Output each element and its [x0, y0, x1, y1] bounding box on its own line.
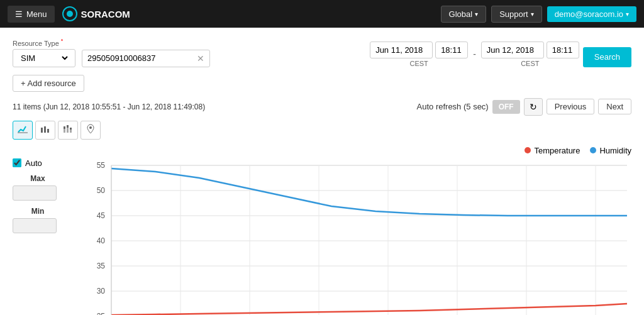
stacked-chart-icon: [63, 124, 73, 135]
to-time-input[interactable]: [547, 41, 579, 58]
svg-rect-8: [70, 130, 72, 133]
svg-text:40: 40: [97, 236, 106, 245]
from-date-input[interactable]: [370, 41, 433, 58]
auto-scale-label: Auto: [25, 158, 42, 168]
refresh-icon: ↻: [530, 102, 537, 112]
previous-button[interactable]: Previous: [547, 99, 595, 114]
svg-text:45: 45: [97, 211, 106, 220]
global-button[interactable]: Global ▾: [441, 6, 487, 23]
search-button[interactable]: Search: [583, 47, 631, 67]
resource-type-select-wrapper[interactable]: SIM: [13, 49, 75, 67]
to-date-group: CEST: [481, 41, 579, 67]
chart-bar-tool[interactable]: [35, 121, 55, 140]
humidity-legend-label: Humidity: [599, 146, 631, 155]
svg-rect-2: [44, 126, 46, 133]
soracom-logo: SORACOM: [62, 6, 130, 21]
chart-container: Auto Max Min Temperature Humidit: [13, 146, 631, 315]
resource-id-wrapper: ✕: [82, 50, 210, 67]
auto-refresh-label: Auto refresh (5 sec): [417, 102, 489, 111]
header: ☰ Menu SORACOM Global ▾ Support ▾ demo@s…: [0, 0, 644, 28]
resource-type-field: Resource Type * SIM: [13, 38, 75, 67]
logo-text: SORACOM: [81, 9, 130, 19]
to-date-time-row: [481, 41, 579, 58]
min-group: Min: [13, 207, 63, 233]
add-resource-row: + Add resource: [13, 75, 631, 92]
svg-rect-1: [41, 128, 43, 133]
user-button[interactable]: demo@soracom.io ▾: [547, 6, 636, 22]
date-range-dash: -: [472, 49, 477, 59]
svg-text:50: 50: [97, 186, 106, 195]
clear-resource-button[interactable]: ✕: [197, 53, 204, 64]
chart-svg: 55 50 45 40 35 30 25: [69, 159, 631, 315]
svg-text:55: 55: [97, 161, 106, 170]
support-dropdown-icon: ▾: [531, 11, 534, 18]
min-input[interactable]: [13, 218, 57, 233]
max-group: Max: [13, 174, 63, 201]
resource-id-input[interactable]: [87, 53, 193, 63]
auto-refresh-toggle[interactable]: OFF: [492, 100, 520, 114]
resource-type-select[interactable]: SIM: [18, 53, 70, 64]
from-time-input[interactable]: [435, 41, 468, 58]
support-label: Support: [499, 9, 528, 19]
from-tz-label: CEST: [409, 60, 428, 67]
add-resource-button[interactable]: + Add resource: [13, 75, 84, 92]
svg-rect-4: [64, 129, 65, 133]
auto-scale-checkbox[interactable]: [13, 158, 21, 167]
resource-type-label: Resource Type *: [13, 38, 75, 47]
menu-button[interactable]: ☰ Menu: [8, 6, 55, 23]
max-label: Max: [13, 174, 63, 183]
global-dropdown-icon: ▾: [475, 11, 478, 18]
humidity-legend-item: Humidity: [590, 146, 631, 155]
controls-row: Resource Type * SIM ✕ CEST -: [13, 38, 631, 67]
humidity-line: [111, 169, 627, 216]
svg-text:30: 30: [97, 287, 106, 296]
temperature-legend-item: Temperature: [525, 146, 580, 155]
logo-circle: [62, 6, 77, 21]
humidity-legend-dot: [590, 147, 596, 153]
menu-icon: ☰: [15, 9, 23, 19]
svg-point-10: [89, 126, 92, 129]
refresh-button[interactable]: ↻: [524, 98, 543, 116]
svg-text:35: 35: [97, 262, 106, 270]
svg-rect-5: [64, 126, 65, 129]
chart-stacked-tool[interactable]: [58, 121, 78, 140]
next-button[interactable]: Next: [598, 99, 631, 114]
chart-legend: Temperature Humidity: [69, 146, 631, 155]
chart-area: Temperature Humidity: [69, 146, 631, 315]
auto-checkbox-row: Auto: [13, 158, 63, 168]
chart-line-tool[interactable]: [13, 121, 33, 140]
svg-rect-9: [70, 128, 72, 130]
svg-text:25: 25: [97, 312, 106, 315]
max-input[interactable]: [13, 185, 57, 201]
items-count: 11 items (Jun 12, 2018 10:55:51 - Jun 12…: [13, 102, 205, 111]
support-button[interactable]: Support ▾: [491, 6, 542, 23]
from-date-group: CEST: [370, 41, 468, 67]
bar-chart-icon: [40, 124, 50, 135]
min-label: Min: [13, 207, 63, 216]
auto-refresh-group: Auto refresh (5 sec) OFF ↻ Previous Next: [417, 98, 631, 116]
map-pin-icon: [86, 124, 95, 136]
to-tz-label: CEST: [521, 60, 539, 67]
logo-inner-dot: [67, 11, 73, 17]
svg-rect-6: [67, 128, 69, 133]
temperature-legend-dot: [525, 147, 531, 153]
header-right: Global ▾ Support ▾ demo@soracom.io ▾: [441, 6, 636, 23]
chart-svg-wrapper: 55 50 45 40 35 30 25: [69, 159, 631, 315]
temperature-legend-label: Temperature: [534, 146, 580, 155]
menu-label: Menu: [26, 9, 47, 19]
svg-rect-7: [67, 125, 69, 128]
line-chart-icon: [18, 124, 28, 135]
date-time-section: CEST - CEST Search: [370, 41, 631, 67]
from-date-time-row: [370, 41, 468, 58]
temperature-line: [111, 304, 627, 315]
user-dropdown-icon: ▾: [626, 11, 629, 18]
global-label: Global: [449, 9, 473, 19]
to-date-input[interactable]: [481, 41, 544, 58]
header-left: ☰ Menu SORACOM: [8, 6, 130, 23]
y-axis-controls: Auto Max Min: [13, 146, 69, 315]
chart-map-tool[interactable]: [80, 121, 101, 140]
main-content: Resource Type * SIM ✕ CEST -: [0, 28, 644, 315]
chart-toolbar: [13, 121, 631, 140]
svg-rect-3: [47, 129, 49, 133]
user-label: demo@soracom.io: [555, 9, 623, 19]
